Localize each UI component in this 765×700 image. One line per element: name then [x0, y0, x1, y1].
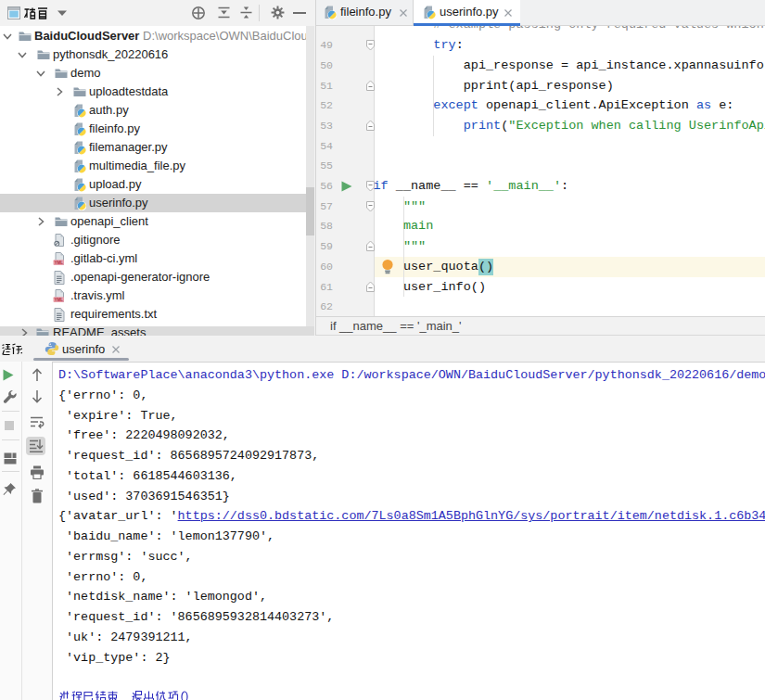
svg-text:YML: YML — [54, 298, 63, 302]
svg-text:YML: YML — [54, 261, 63, 265]
